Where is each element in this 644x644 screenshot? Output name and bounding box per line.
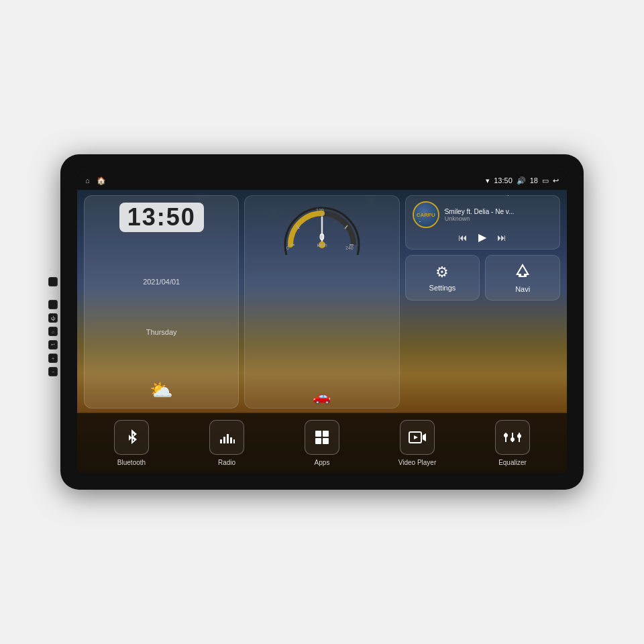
weather-icon: ⛅ <box>150 379 173 401</box>
video-label: Video Player <box>398 459 437 466</box>
rst-button[interactable] <box>48 300 58 309</box>
radio-button[interactable]: Radio <box>179 420 274 466</box>
car-icon: 🚗 <box>313 388 331 405</box>
album-text: CARFU <box>417 212 435 218</box>
equalizer-button[interactable]: Equalizer <box>465 420 560 466</box>
apps-icon <box>305 420 339 455</box>
side-button-panel: MIC RST ⏻ ⌂ ↩ + − <box>48 268 58 376</box>
back-icon: ↩ <box>553 176 559 185</box>
prev-button[interactable]: ⏮ <box>458 232 468 243</box>
equalizer-icon <box>495 420 530 455</box>
volume-icon: 🔊 <box>517 176 526 185</box>
speed-widget: 0 240 120 0 km/h 🚗 <box>244 195 399 409</box>
bluetooth-icon <box>114 420 149 455</box>
screen: ⌂ 🏠 ▾ 13:50 🔊 18 ▭ ↩ 13:50 <box>77 171 567 473</box>
svg-text:0: 0 <box>286 246 289 250</box>
video-button[interactable]: Video Player <box>370 420 465 466</box>
apps-button[interactable]: Apps <box>274 420 370 466</box>
widget-row: ⚙ Settings Navi <box>405 255 560 301</box>
house-icon: 🏠 <box>97 176 106 185</box>
settings-label: Settings <box>429 284 456 292</box>
road-scene: 🚗 <box>245 368 398 408</box>
clock-time: 13:50 <box>127 205 196 229</box>
svg-rect-17 <box>233 439 235 443</box>
bluetooth-label: Bluetooth <box>117 459 146 466</box>
clock-display: 13:50 <box>119 203 204 232</box>
music-details: Smiley ft. Delia - Ne v... Unknown <box>445 208 553 222</box>
svg-marker-24 <box>414 435 418 439</box>
status-bar: ⌂ 🏠 ▾ 13:50 🔊 18 ▭ ↩ <box>77 171 567 190</box>
svg-rect-14 <box>223 437 225 443</box>
bluetooth-button[interactable]: Bluetooth <box>84 420 179 466</box>
clock-widget: 13:50 2021/04/01 Thursday ⛅ <box>84 195 239 409</box>
status-time: 13:50 <box>494 176 513 184</box>
svg-rect-20 <box>315 438 321 444</box>
music-widget[interactable]: CARFU Smiley ft. Delia - Ne v... Unknown… <box>405 195 560 250</box>
home-icon: ⌂ <box>85 176 90 184</box>
music-artist: Unknown <box>445 215 553 222</box>
vol-down-button[interactable]: − <box>48 367 58 376</box>
clock-day: Thursday <box>146 328 177 336</box>
svg-rect-21 <box>323 438 329 444</box>
mic-button[interactable] <box>48 277 58 286</box>
svg-point-28 <box>511 437 515 441</box>
settings-icon: ⚙ <box>435 264 449 281</box>
car-unit: MIC RST ⏻ ⌂ ↩ + − ⌂ 🏠 ▾ 13:50 🔊 18 ▭ ↩ <box>60 154 584 490</box>
radio-label: Radio <box>218 459 235 466</box>
battery-icon: ▭ <box>542 176 549 185</box>
svg-point-30 <box>517 434 521 438</box>
svg-rect-18 <box>315 431 321 437</box>
clock-time-value: 13:50 <box>127 203 196 231</box>
play-button[interactable]: ▶ <box>478 231 486 244</box>
navi-icon <box>515 262 531 282</box>
clock-date: 2021/04/01 <box>143 278 180 286</box>
content-grid: 13:50 2021/04/01 Thursday ⛅ <box>77 190 567 413</box>
svg-text:240: 240 <box>345 246 354 250</box>
music-controls: ⏮ ▶ ⏭ <box>413 231 553 244</box>
radio-icon <box>209 420 244 455</box>
equalizer-label: Equalizer <box>498 459 527 466</box>
album-art: CARFU <box>413 201 439 228</box>
svg-point-26 <box>504 433 508 437</box>
svg-rect-15 <box>227 434 229 443</box>
svg-text:km/h: km/h <box>317 243 327 248</box>
right-column: CARFU Smiley ft. Delia - Ne v... Unknown… <box>405 195 560 409</box>
next-button[interactable]: ⏭ <box>497 232 506 243</box>
svg-rect-16 <box>230 437 232 443</box>
main-area: 13:50 2021/04/01 Thursday ⛅ <box>77 190 567 473</box>
bottom-bar: Bluetooth Radio <box>77 413 567 473</box>
svg-rect-13 <box>220 439 222 443</box>
volume-level: 18 <box>530 176 538 184</box>
status-left-icons: ⌂ 🏠 <box>85 176 106 185</box>
status-right-info: ▾ 13:50 🔊 18 ▭ ↩ <box>486 176 559 185</box>
svg-text:0: 0 <box>319 231 325 242</box>
svg-text:120: 120 <box>316 208 324 213</box>
navi-button[interactable]: Navi <box>485 255 560 301</box>
settings-button[interactable]: ⚙ Settings <box>405 255 480 301</box>
video-icon <box>400 420 435 455</box>
apps-label: Apps <box>315 459 330 466</box>
home-side-button[interactable]: ⌂ <box>48 327 58 336</box>
speedometer-svg: 0 240 120 0 km/h <box>278 201 366 255</box>
svg-rect-19 <box>323 431 329 437</box>
navi-label: Navi <box>515 285 530 293</box>
rst-label: RST <box>49 290 57 294</box>
svg-marker-23 <box>423 433 426 441</box>
music-title: Smiley ft. Delia - Ne v... <box>445 208 553 215</box>
power-button[interactable]: ⏻ <box>48 313 58 323</box>
music-info-row: CARFU Smiley ft. Delia - Ne v... Unknown <box>413 201 553 228</box>
wifi-icon: ▾ <box>486 176 490 185</box>
mic-label: MIC <box>50 268 57 272</box>
back-side-button[interactable]: ↩ <box>48 340 58 350</box>
vol-up-button[interactable]: + <box>48 354 58 363</box>
